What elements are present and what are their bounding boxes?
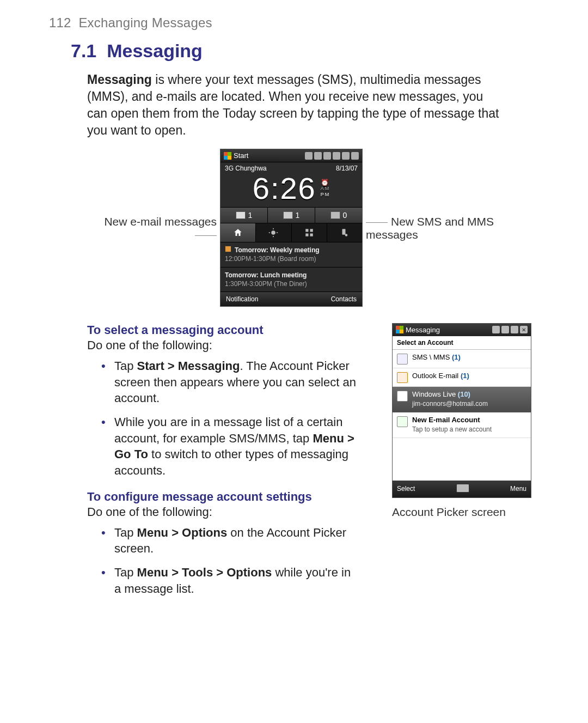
launcher-tabs	[220, 223, 362, 242]
agenda-detail: 1:30PM-3:00PM (The Diner)	[225, 280, 307, 288]
am-label: AM	[321, 186, 330, 192]
status-bar[interactable]: Start	[220, 149, 362, 162]
li-post: to switch to other types of messaging ac…	[114, 447, 348, 477]
status-icons	[305, 152, 359, 160]
softkey-left[interactable]: Notification	[226, 295, 258, 303]
account-list-item-outlook[interactable]: Outlook E-mail (1)	[393, 368, 531, 387]
figure-caption: Account Picker screen	[392, 506, 539, 519]
leadin-select: Do one of the following:	[87, 338, 376, 353]
date-label: 8/13/07	[336, 165, 358, 172]
list-item: While you are in a message list of a cer…	[87, 414, 359, 479]
sms-icon	[283, 211, 293, 219]
signal-icon	[501, 326, 509, 333]
account-label: SMS \ MMS	[412, 353, 450, 361]
softkey-right[interactable]: Menu	[510, 485, 526, 493]
account-label: Windows Live	[412, 390, 456, 398]
notification-bar: 1 1 0	[220, 207, 362, 223]
menu-icon	[351, 152, 359, 160]
tab-music[interactable]	[327, 223, 362, 242]
tab-launcher[interactable]	[292, 223, 327, 242]
callout-right-text: New SMS and MMS messages	[366, 215, 494, 241]
account-sub: jim-connors@hotmail.com	[412, 400, 488, 408]
callout-new-email: New e-mail messages	[86, 215, 217, 241]
sub-heading-configure: To configure message account settings	[87, 490, 376, 504]
intro-bold: Messaging	[87, 72, 152, 87]
pm-label: PM	[321, 192, 330, 198]
missed-call-cell[interactable]: 0	[315, 208, 362, 223]
new-account-icon	[397, 416, 408, 427]
procedure-list-configure: Tap Menu > Options on the Account Picker…	[87, 525, 376, 597]
li-pre: Tap	[114, 566, 137, 579]
li-bold: Menu > Options	[137, 526, 228, 539]
account-picker-device: Messaging ✕ Select an Account SMS \ MMS …	[392, 323, 531, 498]
title-bar[interactable]: Messaging ✕	[393, 324, 531, 336]
today-screen-figure-row: New e-mail messages Start 3G Chunghwa 8	[49, 149, 539, 307]
account-picker-figure-col: Messaging ✕ Select an Account SMS \ MMS …	[392, 323, 539, 519]
softkey-right[interactable]: Contacts	[331, 295, 357, 303]
subsection-text-col: To select a messaging account Do one of …	[87, 323, 376, 608]
svg-point-10	[345, 234, 348, 236]
account-list-item-windowslive[interactable]: Windows Live (10) jim-connors@hotmail.co…	[393, 387, 531, 412]
li-pre: Tap	[114, 359, 137, 373]
procedure-list-select: Tap Start > Messaging. The Account Picke…	[87, 358, 376, 479]
calendar-icon	[225, 246, 231, 252]
volume-icon	[333, 152, 340, 160]
agenda-item[interactable]: Tomorrow: Lunch meeting 1:30PM-3:00PM (T…	[220, 268, 362, 292]
sms-account-icon	[397, 354, 408, 364]
account-count: (10)	[458, 390, 470, 398]
page-number: 112	[49, 15, 71, 30]
account-count: (1)	[452, 353, 461, 361]
select-account-header: Select an Account	[393, 336, 531, 350]
tab-weather[interactable]	[256, 223, 291, 242]
agenda-panel: Tomorrow: Weekly meeting 12:00PM-1:30PM …	[220, 242, 362, 292]
softkey-keyboard[interactable]	[415, 484, 510, 494]
list-item: Tap Menu > Tools > Options while you're …	[87, 564, 359, 597]
section-number: 7.1	[71, 40, 96, 61]
svg-point-0	[272, 230, 276, 235]
svg-rect-5	[305, 229, 308, 232]
svg-rect-6	[310, 229, 313, 232]
running-header: 112 Exchanging Messages	[49, 15, 539, 31]
softkey-left[interactable]: Select	[397, 485, 415, 493]
callout-line	[366, 222, 388, 223]
agenda-item[interactable]: Tomorrow: Weekly meeting 12:00PM-1:30PM …	[220, 242, 362, 267]
today-screen-device: Start 3G Chunghwa 8/13/07 6:26 ⏰ AM	[220, 149, 363, 307]
tab-home[interactable]	[220, 223, 256, 242]
volume-icon	[511, 326, 518, 333]
windowslive-account-icon	[397, 391, 408, 402]
clock-time: 6:26	[253, 173, 316, 204]
signal-icon	[323, 152, 331, 160]
sub-heading-select: To select a messaging account	[87, 323, 376, 337]
list-item: Tap Menu > Options on the Account Picker…	[87, 525, 359, 557]
close-icon[interactable]: ✕	[520, 326, 528, 333]
account-sub: Tap to setup a new account	[412, 426, 492, 433]
callout-line	[195, 235, 217, 236]
leadin-configure: Do one of the following:	[87, 505, 376, 519]
windows-flag-icon[interactable]	[396, 326, 403, 333]
email-count-cell[interactable]: 1	[220, 208, 268, 223]
svg-rect-9	[342, 229, 345, 235]
email-count: 1	[248, 211, 253, 220]
section-heading: 7.1 Messaging	[71, 40, 539, 62]
li-pre: Tap	[114, 526, 137, 539]
data-icon	[314, 152, 322, 160]
agenda-title: Tomorrow: Weekly meeting	[235, 246, 320, 254]
account-list-item-sms[interactable]: SMS \ MMS (1)	[393, 350, 531, 368]
outlook-account-icon	[397, 372, 408, 383]
li-bold: Start > Messaging	[137, 359, 240, 373]
subsection-row: To select a messaging account Do one of …	[87, 323, 539, 608]
account-label: New E-mail Account	[412, 416, 480, 424]
phone-icon	[330, 211, 340, 219]
windows-flag-icon[interactable]	[224, 152, 231, 160]
missed-count: 0	[343, 211, 347, 220]
list-spacer	[393, 438, 531, 481]
start-label[interactable]: Start	[234, 151, 248, 160]
manual-page: 112 Exchanging Messages 7.1 Messaging Me…	[0, 0, 588, 630]
callout-left-text: New e-mail messages	[104, 215, 217, 228]
softkey-bar: Notification Contacts	[220, 292, 362, 306]
clock[interactable]: 6:26 ⏰ AM PM	[220, 172, 362, 207]
sms-count-cell[interactable]: 1	[268, 208, 315, 223]
alarm-icon: ⏰	[321, 179, 330, 186]
account-list-item-new[interactable]: New E-mail Account Tap to setup a new ac…	[393, 412, 531, 438]
titlebar-icons: ✕	[492, 326, 528, 333]
